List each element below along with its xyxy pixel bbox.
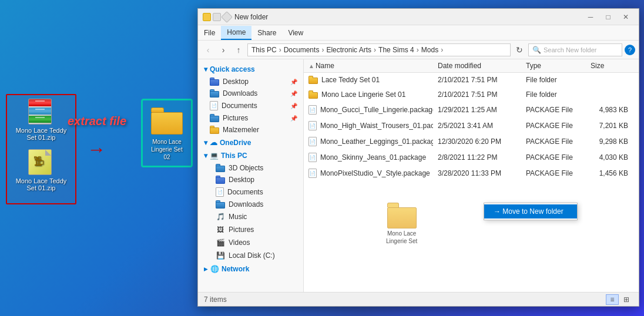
status-bar: 7 items ≡ ⊞ (198, 292, 639, 306)
sidebar-network-header[interactable]: ▸ 🌐 Network (198, 262, 303, 276)
file-date: 2/8/2021 11:22 PM (433, 152, 521, 163)
details-view-button[interactable]: ≡ (606, 294, 619, 305)
sidebar-item-desktop[interactable]: Desktop 📌 (198, 76, 303, 88)
file-name: 📄 Mono_Gucci_Tulle_Lingerie.package (304, 103, 433, 116)
quickaccess-label: Quick access (210, 65, 255, 73)
menu-home[interactable]: Home (221, 26, 251, 40)
address-bar: ‹ › ↑ This PC › Documents › Electronic A… (198, 41, 639, 59)
ghost-folder-label: Mono LaceLingerie Set (386, 230, 417, 245)
sidebar-item-videos[interactable]: 🎬 Videos (198, 236, 303, 249)
sidebar-onedrive-header[interactable]: ▾ ☁ OneDrive (198, 136, 303, 149)
desktop-item-2[interactable]: 🗜 Mono Lace Teddy Set 01.zip (11, 149, 72, 191)
col-type-label: Type (526, 62, 541, 70)
zip-icon-1 (28, 99, 54, 125)
sidebar-item-documents[interactable]: 📄 Documents 📌 (198, 99, 303, 112)
ghost-folder: Mono LaceLingerie Set → Move to New fold… (386, 203, 417, 245)
file-date: 2/10/2021 7:51 PM (433, 89, 521, 100)
file-type: PACKAGE File (521, 167, 586, 179)
col-date-header[interactable]: Date modified (433, 59, 521, 72)
pictures-icon: 🖼 (216, 225, 225, 234)
dragging-folder-label: Mono LaceLingerie Set02 (151, 138, 182, 161)
table-row[interactable]: 📄 MonoPixelStudio_V_Style.package 3/28/2… (304, 166, 639, 181)
move-to-new-folder-item[interactable]: → Move to New folder (484, 204, 577, 218)
refresh-button[interactable]: ↻ (513, 43, 526, 56)
search-placeholder: Search New folder (544, 46, 597, 53)
sidebar-item-3dobjects[interactable]: 3D Objects (198, 162, 303, 174)
col-size-label: Size (591, 62, 604, 70)
up-button[interactable]: ↑ (232, 43, 245, 56)
table-row[interactable]: Mono Lace Lingerie Set 01 2/10/2021 7:51… (304, 88, 639, 102)
menu-share[interactable]: Share (251, 26, 282, 39)
sidebar-item-desktop2[interactable]: Desktop (198, 174, 303, 186)
sidebar-localdisk-label: Local Disk (C:) (229, 251, 275, 260)
sidebar-item-downloads[interactable]: Downloads 📌 (198, 88, 303, 99)
help-button[interactable]: ? (625, 45, 635, 55)
sidebar-pictures-label: Pictures (223, 114, 248, 122)
file-name: 📄 Mono_Skinny_Jeans_01.package (304, 151, 433, 164)
dragging-folder[interactable]: Mono LaceLingerie Set02 (141, 99, 193, 167)
videos-icon: 🎬 (216, 238, 225, 247)
minimize-button[interactable]: ─ (582, 11, 599, 23)
sidebar-item-localdisk[interactable]: 💾 Local Disk (C:) (198, 249, 303, 262)
sidebar-item-music[interactable]: 🎵 Music (198, 210, 303, 223)
col-date-label: Date modified (438, 62, 481, 70)
network-label: Network (222, 265, 249, 273)
chevron-down-icon: ▾ (204, 65, 207, 73)
disk-icon: 💾 (216, 251, 225, 260)
table-row[interactable]: 📄 Mono_High_Waist_Trousers_01.package 2/… (304, 118, 639, 134)
title-controls: ─ □ ✕ (582, 11, 634, 23)
file-size: 1,456 KB (586, 167, 633, 179)
sidebar-thispc-header[interactable]: ▾ 💻 This PC (198, 149, 303, 162)
sort-arrow: ▲ (308, 63, 314, 69)
table-row[interactable]: 📄 Mono_Skinny_Jeans_01.package 2/8/2021 … (304, 150, 639, 166)
col-size-header[interactable]: Size (586, 59, 633, 72)
menu-file[interactable]: File (198, 26, 221, 39)
sidebar-pictures2-label: Pictures (229, 226, 254, 234)
table-row[interactable]: 📄 Mono_Leather_Leggings_01.package 12/30… (304, 134, 639, 150)
status-text: 7 items (204, 295, 227, 304)
sidebar-item-pictures2[interactable]: 🖼 Pictures (198, 223, 303, 236)
title-folder-icons (203, 13, 231, 21)
address-path[interactable]: This PC › Documents › Electronic Arts › … (247, 43, 511, 56)
forward-button[interactable]: › (217, 43, 230, 56)
path-mods: Mods (421, 46, 438, 54)
chevron-right-icon-2: ▸ (204, 265, 207, 273)
file-size: 4,983 KB (586, 104, 633, 116)
malzemeler-folder-icon (210, 126, 219, 134)
sidebar-videos-label: Videos (229, 238, 250, 247)
menu-view[interactable]: View (282, 26, 309, 39)
back-button[interactable]: ‹ (202, 43, 214, 56)
sidebar-documents2-label: Documents (227, 188, 263, 196)
thispc-label: This PC (221, 152, 247, 160)
file-name: 📄 Mono_High_Waist_Trousers_01.package (304, 119, 433, 132)
desktop-folder-icon (210, 78, 219, 86)
file-type: PACKAGE File (521, 104, 586, 116)
desktop-item-1[interactable]: Mono Lace Teddy Set 01.zip (11, 99, 72, 141)
sidebar-quickaccess-header[interactable]: ▾ Quick access (198, 63, 303, 76)
chevron-down-icon-2: ▾ (204, 152, 207, 160)
sidebar-item-documents2[interactable]: 📄 Documents (198, 186, 303, 199)
col-type-header[interactable]: Type (521, 59, 586, 72)
sidebar-item-pictures[interactable]: Pictures 📌 (198, 112, 303, 124)
sidebar-item-malzemeler[interactable]: Malzemeler (198, 124, 303, 136)
extract-arrow: → (87, 140, 106, 159)
file-rows-container: Lace Teddy Set 01 2/10/2021 7:51 PM File… (304, 73, 639, 181)
file-size: 9,298 KB (586, 136, 633, 147)
selection-box: Mono Lace Teddy Set 01.zip 🗜 Mono Lace T… (6, 94, 76, 204)
path-thispc: This PC (251, 46, 277, 54)
title-icon-pin (213, 13, 221, 21)
col-name-label: Name (316, 62, 334, 70)
sidebar-item-downloads2[interactable]: Downloads (198, 199, 303, 210)
title-bar-left: New folder (203, 13, 268, 21)
thispc-icon: 💻 (210, 152, 219, 160)
sidebar-malzemeler-label: Malzemeler (223, 126, 259, 134)
table-row[interactable]: Lace Teddy Set 01 2/10/2021 7:51 PM File… (304, 73, 639, 88)
desktop-item-2-label: Mono Lace Teddy Set 01.zip (11, 177, 72, 191)
close-button[interactable]: ✕ (618, 11, 634, 23)
large-icons-view-button[interactable]: ⊞ (620, 294, 633, 305)
search-box[interactable]: 🔍 Search New folder (528, 43, 622, 56)
file-size: 4,030 KB (586, 152, 633, 163)
col-name-header[interactable]: ▲ Name (304, 59, 433, 72)
maximize-button[interactable]: □ (600, 11, 616, 23)
table-row[interactable]: 📄 Mono_Gucci_Tulle_Lingerie.package 1/29… (304, 102, 639, 118)
